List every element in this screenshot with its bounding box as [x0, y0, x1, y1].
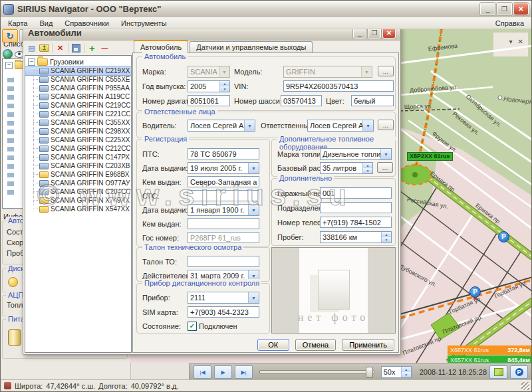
tab-sensors[interactable]: Датчики и управляемые выходы: [190, 41, 313, 52]
garage-field[interactable]: [320, 187, 392, 199]
tree-item-vehicle[interactable]: SCANIA GRIFFIN С147РХ 161rus: [25, 153, 131, 161]
tab-vehicle[interactable]: Автомобиль: [134, 40, 188, 52]
vehicle-plate-marker[interactable]: Х8Р2ХХ 61rus: [407, 152, 453, 161]
card-view-icon[interactable]: [27, 43, 37, 52]
save-icon[interactable]: [72, 44, 80, 52]
parkings-button[interactable]: P: [510, 365, 528, 379]
issuer-field[interactable]: [188, 176, 259, 187]
chevron-down-icon[interactable]: [380, 149, 391, 159]
delete-icon[interactable]: [55, 43, 65, 52]
sts-field[interactable]: [188, 190, 259, 201]
play-button[interactable]: ▶: [214, 365, 232, 379]
tree-item-vehicle[interactable]: SCANIA GRIFFIN С219ХХ 61rus: [25, 66, 131, 75]
tree-item-vehicle[interactable]: SCANIA GRIFFIN Р955АА 61rus: [25, 84, 131, 92]
remove-icon[interactable]: [100, 43, 110, 52]
menu-tools[interactable]: Инструменты: [115, 19, 173, 28]
spin-down-icon[interactable]: [220, 86, 229, 92]
ticket-field[interactable]: [188, 256, 259, 267]
fuel-rate-spinner[interactable]: 35 литров: [320, 162, 373, 174]
year-spinner[interactable]: 2005: [188, 80, 230, 92]
tree-item-vehicle[interactable]: SCANIA GRIFFIN С212СС 61rus: [25, 144, 131, 153]
model-combo[interactable]: GRIFFIN: [283, 66, 372, 78]
persons-more-button[interactable]: ...: [378, 120, 394, 130]
parking-marker[interactable]: P: [498, 231, 509, 243]
export-icon[interactable]: [39, 44, 49, 52]
add-icon[interactable]: [87, 43, 97, 52]
tree-item-vehicle[interactable]: SCANIA GRIFFIN С298ХХ 61rus: [25, 127, 131, 136]
expander-icon[interactable]: −: [5, 62, 13, 69]
chevron-down-icon[interactable]: [244, 120, 255, 131]
model-more-button[interactable]: ...: [378, 66, 394, 76]
chevron-down-icon[interactable]: [248, 163, 259, 173]
minimize-button[interactable]: _: [480, 3, 495, 15]
connected-checkbox[interactable]: ✓: [188, 322, 197, 331]
menu-map[interactable]: Карта: [2, 19, 33, 28]
spin-up-icon[interactable]: [402, 367, 411, 372]
ok-button[interactable]: ОК: [257, 339, 289, 351]
menu-directories[interactable]: Справочники: [59, 19, 115, 28]
tree-item-vehicle[interactable]: SCANIA GRIFFIN С204СС 61rus: [25, 187, 131, 196]
vin-field[interactable]: [283, 80, 394, 92]
fuel-type-combo[interactable]: Дизельное топливо: [320, 148, 392, 160]
globe-icon[interactable]: [3, 49, 13, 59]
driver-combo[interactable]: Лосев Сергей Анатоль: [188, 120, 255, 132]
close-button[interactable]: ✕: [513, 3, 529, 15]
tree-item-vehicle[interactable]: SCANIA GRIFFIN А119СС 61rus: [25, 92, 131, 101]
cancel-button[interactable]: Отмена: [295, 339, 336, 351]
responsible-combo[interactable]: Лосев Сергей Анатоль: [307, 120, 374, 132]
chassis-field[interactable]: [281, 95, 322, 106]
slider-thumb[interactable]: [366, 367, 373, 378]
speed-spinner[interactable]: 50x: [381, 366, 412, 378]
spin-down-icon[interactable]: [363, 168, 372, 173]
issue-date-combo[interactable]: 19 июля 2005 г.: [188, 162, 259, 174]
tree-item-vehicle[interactable]: SCANIA GRIFFIN Е968ВХ 161rus: [25, 170, 131, 179]
device-combo[interactable]: 2111: [188, 292, 259, 304]
tree-item-vehicle[interactable]: SCANIA GRIFFIN О977АУ 61rus: [25, 179, 131, 187]
tree-item-vehicle[interactable]: SCANIA GRIFFIN С355ХХ 61rus: [25, 118, 131, 127]
tree-item-vehicle[interactable]: SCANIA GRIFFIN С221СС 61rus: [25, 110, 131, 118]
spin-down-icon[interactable]: [382, 237, 391, 243]
phone-field[interactable]: [320, 217, 392, 228]
spin-up-icon[interactable]: [363, 163, 372, 168]
chevron-down-icon[interactable]: [248, 205, 259, 215]
maximize-button[interactable]: ❐: [497, 3, 512, 15]
tree-root[interactable]: − Грузовики: [25, 57, 131, 66]
chevron-down-icon[interactable]: [361, 66, 372, 77]
spin-down-icon[interactable]: [402, 372, 411, 377]
tree-item-vehicle[interactable]: SCANIA GRIFFIN С555ХЕ 61rus: [25, 75, 131, 84]
apply-button[interactable]: Применить: [342, 339, 394, 351]
refresh-button[interactable]: [2, 29, 18, 43]
track-badge-green[interactable]: Х657ХХ 61rus 845,4км: [448, 355, 532, 363]
chevron-down-icon[interactable]: [362, 120, 373, 131]
fuel-more-button[interactable]: ...: [377, 162, 393, 173]
tracks-button[interactable]: [489, 365, 507, 379]
plate-field[interactable]: [188, 232, 259, 243]
tree-item-vehicle[interactable]: SCANIA GRIFFIN С225ХХ 61rus: [25, 136, 131, 144]
pts-field[interactable]: [188, 148, 259, 159]
sim-field[interactable]: [188, 306, 259, 318]
brand-combo[interactable]: SCANIA: [188, 66, 230, 78]
division-field[interactable]: [320, 202, 392, 213]
issue-date2-combo[interactable]: 1 января 1900 г.: [188, 204, 259, 216]
issuer2-field[interactable]: [188, 218, 259, 229]
chevron-down-icon[interactable]: [248, 292, 259, 303]
resize-grip[interactable]: [521, 382, 529, 390]
menu-help[interactable]: Справка: [489, 19, 530, 28]
parking-marker[interactable]: P: [469, 286, 481, 298]
vehicle-tree[interactable]: − Грузовики SCANIA GRIFFIN С219ХХ 61rusS…: [25, 55, 132, 353]
skip-back-button[interactable]: |◀: [194, 365, 211, 379]
tree-item-vehicle[interactable]: SCANIA GRIFFIN Х547ХХ 161rus: [25, 205, 131, 213]
menu-view[interactable]: Вид: [33, 19, 59, 28]
track-badge-orange[interactable]: Х687ХХ 61rus 372,8км: [448, 345, 532, 355]
collapse-icon[interactable]: ▾: [509, 38, 513, 45]
timeline-slider[interactable]: [259, 370, 374, 374]
skip-forward-button[interactable]: ▶|: [235, 365, 253, 379]
tree-item-vehicle[interactable]: SCANIA GRIFFIN Х749ХХ 161rus: [25, 196, 131, 205]
engine-field[interactable]: [188, 95, 230, 106]
chevron-down-icon[interactable]: [219, 66, 229, 77]
tree-item-vehicle[interactable]: SCANIA GRIFFIN С203ХВ 61rus: [25, 161, 131, 170]
close-panel-icon[interactable]: ✕: [518, 38, 523, 45]
tree-item-vehicle[interactable]: SCANIA GRIFFIN С219СС 61rus: [25, 101, 131, 110]
expander-icon[interactable]: −: [28, 58, 35, 66]
mileage-spinner[interactable]: 338166 км: [320, 231, 392, 243]
